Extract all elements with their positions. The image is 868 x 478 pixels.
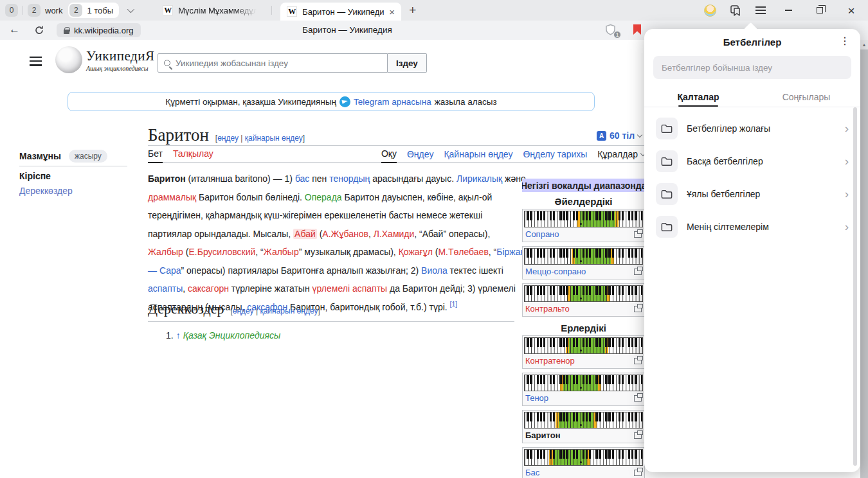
piano-range-image[interactable] bbox=[524, 449, 643, 466]
protect-shield-button[interactable]: 1 bbox=[605, 24, 619, 38]
black-key bbox=[553, 450, 555, 459]
window-restore-button[interactable] bbox=[811, 7, 829, 13]
bookmarks-search-input[interactable]: Бетбелгілер бойынша іздеу bbox=[653, 56, 851, 79]
black-key bbox=[527, 450, 529, 459]
bookmark-folder-row[interactable]: Бетбелгілер жолағы› bbox=[644, 112, 860, 145]
panel-scrollbar-thumb[interactable] bbox=[853, 107, 857, 466]
article-link[interactable]: Қожағұл bbox=[399, 247, 433, 257]
panel-tab-Қалталар[interactable]: Қалталар bbox=[644, 87, 752, 107]
article-tab-Өңдеу[interactable]: Өңдеу bbox=[407, 149, 433, 163]
article-link[interactable]: Е.Брусиловский bbox=[188, 247, 255, 257]
article-link[interactable]: үрлемелі аспапты bbox=[312, 283, 388, 294]
piano-range-image[interactable] bbox=[524, 248, 643, 265]
expand-image-icon[interactable] bbox=[634, 432, 642, 439]
piano-range-image[interactable] bbox=[524, 211, 643, 227]
new-tab-button[interactable]: + bbox=[409, 3, 416, 17]
expand-image-icon[interactable] bbox=[634, 470, 642, 476]
telegram-link[interactable]: Telegram арнасына bbox=[354, 97, 431, 107]
backlink-arrow[interactable]: ↑ bbox=[176, 330, 181, 341]
piano-range-image[interactable] bbox=[524, 337, 643, 354]
expand-image-icon[interactable] bbox=[634, 306, 642, 312]
article-tab-Бет[interactable]: Бет bbox=[148, 148, 163, 163]
panel-tab-Соңғылары[interactable]: Соңғылары bbox=[752, 87, 860, 107]
edit-source-link[interactable]: қайнарын өңдеу bbox=[245, 134, 303, 143]
chevron-right-icon: › bbox=[845, 122, 849, 134]
profile-avatar[interactable] bbox=[704, 4, 716, 17]
article-link[interactable]: аспапты bbox=[148, 283, 183, 294]
article-link[interactable]: тенордың bbox=[329, 173, 370, 184]
reference-source-link[interactable]: Қазақ Энциклопедиясы bbox=[183, 330, 281, 341]
close-tab-icon[interactable]: × bbox=[389, 7, 395, 17]
bookmark-folder-row[interactable]: Менің сілтемелерім› bbox=[644, 210, 860, 243]
tab-group-collapsed[interactable]: 0 bbox=[5, 4, 18, 17]
tab-group-dropdown-button[interactable] bbox=[122, 3, 138, 18]
wiki-search-input[interactable]: Уикипедия жобасынан іздеу bbox=[158, 53, 388, 73]
article-link[interactable]: Л.Хамиди bbox=[374, 229, 415, 239]
page-scrollbar[interactable]: ▲ bbox=[860, 40, 868, 478]
article-link[interactable]: М.Төлебаев bbox=[438, 247, 488, 257]
article-link[interactable]: Виола bbox=[421, 265, 448, 276]
toc-item-references[interactable]: Дереккөздер bbox=[19, 186, 73, 196]
article-link[interactable]: Лирикалық bbox=[457, 173, 502, 184]
bookmark-folder-row[interactable]: Ұялы бетбелгілер› bbox=[644, 177, 860, 210]
black-key bbox=[635, 375, 637, 384]
article-tab-Құралдар[interactable]: Құралдар bbox=[597, 149, 645, 163]
expand-image-icon[interactable] bbox=[634, 358, 642, 364]
voice-link[interactable]: Сопрано bbox=[525, 229, 559, 239]
edit-source-link[interactable]: қайнарын өңдеу bbox=[260, 306, 318, 315]
piano-range-image[interactable] bbox=[524, 375, 643, 391]
tab-muslim[interactable]: W Мүслім Мұхаммедұлы Ма bbox=[156, 0, 267, 21]
voice-link[interactable]: Контральто bbox=[525, 304, 570, 314]
article-link[interactable]: бас bbox=[295, 173, 309, 184]
expand-image-icon[interactable] bbox=[634, 269, 642, 275]
wikipedia-globe-logo[interactable] bbox=[55, 46, 82, 73]
tab-group-active[interactable]: 2 1 тобы bbox=[68, 3, 119, 18]
edit-link[interactable]: өңдеу bbox=[217, 134, 239, 143]
piano-range-image[interactable] bbox=[524, 412, 643, 429]
scroll-up-arrow[interactable]: ▲ bbox=[860, 40, 868, 49]
article-link[interactable]: драммалық bbox=[148, 192, 196, 202]
window-close-button[interactable]: × bbox=[842, 4, 860, 17]
article-link[interactable]: А.Жұбанов bbox=[322, 229, 368, 239]
black-key bbox=[573, 412, 575, 421]
black-key bbox=[605, 211, 607, 220]
article-link[interactable]: Жалбыр bbox=[264, 247, 299, 257]
article-link[interactable]: Абай bbox=[293, 229, 317, 239]
kebab-menu-icon[interactable]: ⋮ bbox=[840, 35, 850, 47]
voice-link[interactable]: Меццо-сопрано bbox=[525, 267, 586, 276]
black-key bbox=[631, 338, 633, 347]
language-selector[interactable]: A 60 тіл bbox=[597, 130, 642, 141]
piano-range-image[interactable] bbox=[524, 285, 643, 302]
tab-group-work[interactable]: 2 work bbox=[28, 4, 62, 17]
voice-link[interactable]: Контратенор bbox=[525, 356, 575, 366]
article-tab-Қайнарын өңдеу[interactable]: Қайнарын өңдеу bbox=[444, 149, 512, 163]
tab-bariton-active[interactable]: W Баритон — Уикипедия × bbox=[280, 3, 401, 21]
article-link[interactable]: Жалбыр bbox=[148, 247, 183, 257]
article-tab-Талқылау[interactable]: Талқылау bbox=[173, 148, 213, 163]
article-link[interactable]: Операда bbox=[305, 192, 342, 202]
black-key bbox=[553, 412, 555, 421]
article-tab-Оқу[interactable]: Оқу bbox=[381, 148, 397, 163]
voice-link[interactable]: Бас bbox=[525, 468, 539, 477]
chevron-right-icon: › bbox=[845, 220, 849, 233]
wiki-search-button[interactable]: Іздеу bbox=[388, 53, 427, 73]
chevron-down-icon bbox=[127, 6, 134, 13]
scrollbar-thumb[interactable] bbox=[860, 49, 868, 478]
wiki-hamburger-menu[interactable] bbox=[30, 57, 42, 66]
article-link[interactable]: [1] bbox=[450, 300, 458, 308]
wikipedia-wordmark[interactable]: УикипедиЯ Ашық энциклопедиясы bbox=[86, 48, 154, 72]
bookmarks-toolbar-icon[interactable] bbox=[730, 4, 742, 17]
toc-hide-button[interactable]: жасыру bbox=[69, 150, 107, 163]
bookmark-folder-row[interactable]: Басқа бетбелгілер› bbox=[644, 145, 860, 177]
toc-item-intro[interactable]: Кіріспе bbox=[19, 171, 51, 181]
tab-title: Баритон — Уикипедия bbox=[302, 7, 384, 17]
article-link[interactable]: саксагорн bbox=[188, 283, 229, 294]
browser-menu-icon[interactable] bbox=[755, 6, 766, 14]
article-tab-Өңделу тарихы[interactable]: Өңделу тарихы bbox=[523, 149, 587, 163]
expand-image-icon[interactable] bbox=[634, 231, 642, 238]
edit-link[interactable]: өңдеу bbox=[233, 306, 254, 315]
window-minimize-button[interactable] bbox=[779, 10, 797, 11]
black-key bbox=[599, 338, 601, 347]
voice-link[interactable]: Тенор bbox=[525, 393, 548, 403]
expand-image-icon[interactable] bbox=[634, 395, 642, 402]
